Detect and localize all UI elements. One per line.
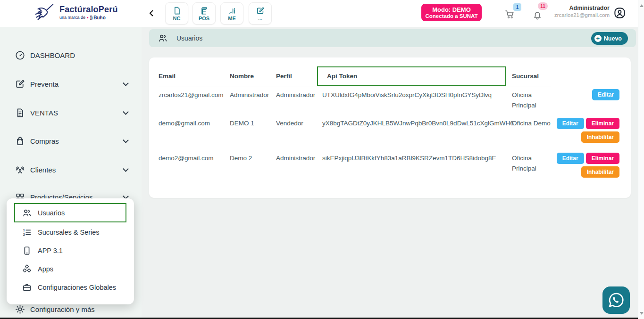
people-icon <box>158 33 168 43</box>
cell-api-token: yX8bgTAGDtZ0yJKHLB5WJnwPqbBr0Bvn0L9dDwL5… <box>322 118 514 129</box>
configuracion-submenu: Usuarios 1 2 Sucursales & Series APP 3.1… <box>7 198 134 304</box>
submenu-item-configuraciones-globales[interactable]: Configuraciones Globales <box>7 278 134 297</box>
user-email: zrcarlos21@gmail.com <box>554 12 610 18</box>
shortcut-more-button[interactable]: ... <box>249 2 272 25</box>
cell-perfil: Administrador <box>276 90 315 100</box>
notifications-button[interactable]: 11 <box>532 7 552 23</box>
dashboard-gauge-icon <box>15 50 25 61</box>
row-actions: Inhabilitar <box>581 166 619 178</box>
cubes-icon <box>22 264 32 274</box>
new-user-button[interactable]: + Nuevo <box>591 32 628 45</box>
submenu-item-label: Sucursales & Series <box>38 229 100 236</box>
cell-perfil: Vendedor <box>276 118 303 129</box>
delete-button[interactable]: Eliminar <box>586 118 619 129</box>
cell-sucursal: Oficina Principal <box>512 90 555 111</box>
cell-email: zrcarlos21@gmail.com <box>159 90 224 100</box>
column-header-api-token: Api Token <box>327 73 357 80</box>
submenu-item-label: Apps <box>38 265 53 273</box>
sidebar-item-clientes[interactable]: Clientes <box>0 160 142 180</box>
document-icon <box>172 6 182 16</box>
brand-name: FactúraloPerú <box>59 5 118 15</box>
disable-button[interactable]: Inhabilitar <box>581 131 619 143</box>
shortcut-label: POS <box>199 16 209 21</box>
buho-dot-icon: • <box>87 15 89 20</box>
chevron-down-icon <box>123 137 129 143</box>
chevron-down-icon <box>123 80 129 86</box>
whatsapp-button[interactable] <box>602 286 630 314</box>
row-actions: Editar <box>592 89 619 100</box>
submenu-item-app31[interactable]: APP 3.1 <box>7 241 134 260</box>
sidebar-item-label: Configuración y más <box>30 305 95 313</box>
brand-tagline: una marca de <box>59 15 85 20</box>
edit-button[interactable]: Editar <box>592 89 619 100</box>
submenu-item-label: Configuraciones Globales <box>38 284 116 291</box>
submenu-item-apps[interactable]: Apps <box>7 260 134 278</box>
shortcut-pos-button[interactable]: POS <box>192 2 216 25</box>
edit-pencil-icon <box>15 79 25 90</box>
chevron-down-icon <box>123 109 129 115</box>
user-info[interactable]: Administrador zrcarlos21@gmail.com <box>554 5 610 18</box>
cell-perfil: Administrador <box>276 153 315 164</box>
shortcut-label: ... <box>258 16 262 21</box>
signature-pen-icon <box>227 6 237 16</box>
sidebar-item-label: Compras <box>30 137 59 145</box>
column-header-nombre: Nombre <box>230 73 254 80</box>
submenu-item-sucursales-series[interactable]: 1 2 Sucursales & Series <box>7 223 134 242</box>
cart-button[interactable]: 1 <box>504 7 523 22</box>
shortcut-label: NC <box>173 16 181 21</box>
buho-arcs-icon: )) <box>90 15 92 20</box>
smartphone-icon <box>22 245 32 256</box>
row-actions: Editar Eliminar <box>557 118 619 129</box>
mode-line1: Modo: DEMO <box>421 6 482 13</box>
cell-sucursal: Oficina Principal <box>512 153 555 174</box>
cell-api-token: sikEPxjiqpU3lBtKkfYh83a1aRBl9KSRZevm1TD6… <box>322 153 496 164</box>
shortcut-me-button[interactable]: ME <box>220 2 243 25</box>
new-button-label: Nuevo <box>604 35 622 42</box>
disable-button[interactable]: Inhabilitar <box>581 166 619 178</box>
users-table-card: Email Nombre Perfil Api Token Sucursal z… <box>149 57 631 198</box>
cell-nombre: Administrador <box>230 90 269 100</box>
gear-icon <box>15 304 25 315</box>
cell-api-token: UTXUldxfG4pMboiViskSrlu2oxprCyXkjt3DSH0p… <box>322 90 492 100</box>
account-menu-button[interactable] <box>613 7 626 19</box>
sidebar-item-label: DASHBOARD <box>30 51 75 59</box>
brand-logo[interactable]: FactúraloPerú una marca de •)) Buho <box>33 2 118 23</box>
cart-count-badge: 1 <box>513 3 521 11</box>
sidebar-item-label: Clientes <box>30 166 56 174</box>
submenu-item-usuarios[interactable]: Usuarios <box>7 204 134 222</box>
sidebar-item-preventa[interactable]: Preventa <box>0 74 142 94</box>
edit-button[interactable]: Editar <box>557 118 584 129</box>
shortcut-nc-button[interactable]: NC <box>165 2 188 25</box>
shopping-bag-icon <box>15 136 25 147</box>
edit-pencil-icon <box>256 6 265 16</box>
receipt-icon <box>200 6 209 16</box>
chevron-left-icon <box>147 8 156 18</box>
plus-icon: + <box>594 35 602 42</box>
submenu-item-label: APP 3.1 <box>38 247 63 254</box>
delete-button[interactable]: Eliminar <box>586 153 619 164</box>
scroll-down-arrow-icon[interactable] <box>640 312 644 315</box>
sidebar-item-ventas[interactable]: VENTAS <box>0 103 142 123</box>
sidebar-item-compras[interactable]: Compras <box>0 131 142 151</box>
column-header-perfil: Perfil <box>276 73 292 80</box>
page-title: Usuarios <box>176 34 202 42</box>
sidebar-collapse-button[interactable] <box>147 8 156 18</box>
submenu-item-label: Usuarios <box>38 209 65 217</box>
demo-mode-badge[interactable]: Modo: DEMO Conectado a SUNAT <box>421 4 482 21</box>
row-actions: Inhabilitar <box>581 131 619 143</box>
sidebar-item-label: Preventa <box>30 80 59 88</box>
sidebar-item-dashboard[interactable]: DASHBOARD <box>0 45 142 65</box>
column-header-sucursal: Sucursal <box>512 73 539 80</box>
page-header-bar: Usuarios + Nuevo <box>149 29 636 47</box>
edit-button[interactable]: Editar <box>557 153 584 164</box>
account-icon <box>613 7 626 19</box>
scroll-up-arrow-icon[interactable] <box>640 4 644 7</box>
cell-nombre: Demo 2 <box>230 153 252 164</box>
hummingbird-logo-icon <box>33 2 58 23</box>
page-scrollbar[interactable] <box>638 0 644 319</box>
header-divider <box>159 87 551 87</box>
shortcut-label: ME <box>228 16 236 21</box>
svg-text:1: 1 <box>23 228 25 232</box>
brand-tagline-buho: Buho <box>93 15 106 20</box>
top-bar: FactúraloPerú una marca de •)) Buho NC P… <box>0 0 638 27</box>
